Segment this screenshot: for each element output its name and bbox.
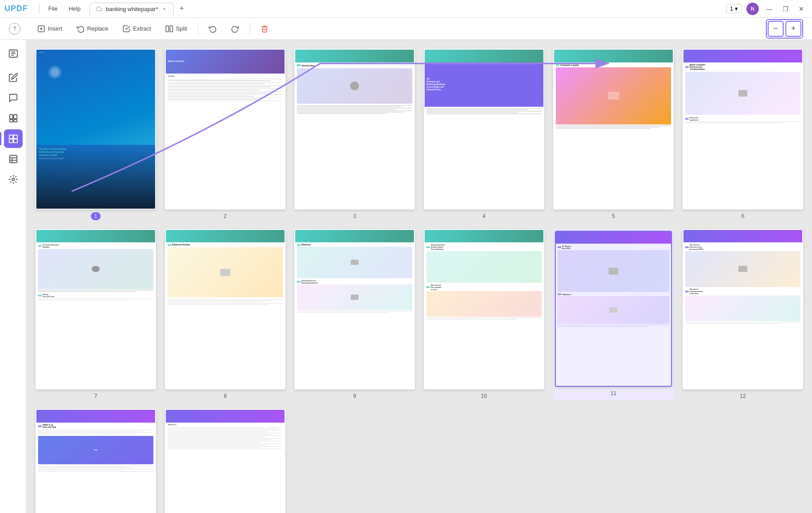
delete-btn[interactable]: [254, 22, 275, 35]
page-item-2[interactable]: Table of Contents Contents: [165, 49, 285, 220]
close-btn[interactable]: ✕: [795, 3, 808, 15]
replace-btn[interactable]: Replace: [70, 22, 115, 35]
delete-icon: [261, 25, 269, 33]
page-item-13[interactable]: 17 UPDF is anall-in-one Tool. UPDF: [35, 409, 156, 513]
split-btn[interactable]: Split: [159, 22, 193, 35]
page-grid-row1: The Most Crucial Strategyfor Banks and F…: [35, 49, 803, 220]
page-grid-row3: 17 UPDF is anall-in-one Tool. UPDF: [35, 409, 803, 513]
cloud-icon: [96, 6, 102, 12]
tab-title: banking whitepapar*: [106, 6, 158, 12]
minimize-btn[interactable]: —: [763, 3, 776, 15]
sidebar: [0, 40, 27, 513]
svg-rect-12: [13, 120, 16, 122]
active-tab[interactable]: banking whitepapar* ×: [90, 3, 174, 15]
page-thumb-6[interactable]: 04 Better CustomerServices andCommunicat…: [683, 49, 803, 210]
zoom-out-btn[interactable]: −: [768, 21, 784, 37]
page-num-2: 2: [220, 212, 230, 220]
table-icon: [8, 154, 18, 164]
rotate-left-btn[interactable]: [203, 22, 223, 35]
help-btn[interactable]: ?: [9, 23, 20, 35]
page-thumb-14[interactable]: References: [165, 409, 285, 513]
toolbar-divider: [198, 23, 198, 35]
page-thumb-9[interactable]: 09 Efficiency 10 A Good News ForDevelopi…: [294, 229, 415, 390]
page-number: 1: [730, 5, 733, 12]
sidebar-icon-ai[interactable]: [4, 170, 23, 189]
page-num-10: 10: [477, 392, 490, 400]
titlebar: UPDF File Help banking whitepapar* × + 1…: [0, 0, 812, 18]
page-item-10[interactable]: 11 Going Paperless:A Step TowardGreen Ba…: [424, 229, 544, 400]
sidebar-icon-comment[interactable]: [4, 89, 23, 107]
sidebar-icon-edit[interactable]: [4, 68, 23, 87]
organize-icon: [8, 134, 18, 144]
menu-help[interactable]: Help: [64, 4, 85, 14]
svg-rect-10: [13, 115, 16, 119]
rotate-left-icon: [209, 25, 217, 33]
content-area: The Most Crucial Strategyfor Banks and F…: [27, 40, 812, 513]
page-item-5[interactable]: 03 Customer Loyalty: [553, 49, 674, 220]
sidebar-icon-thumbnail[interactable]: [4, 44, 23, 63]
ai-icon: [8, 175, 18, 184]
page-thumb-3[interactable]: 01 Introduction: [294, 49, 415, 210]
page-num-12: 12: [736, 392, 749, 400]
page-grid-row2: 06 Promotes BusinessGlobally 07 SavingCo…: [35, 229, 803, 400]
zoom-in-btn[interactable]: +: [785, 21, 801, 37]
page-item-11[interactable]: 13 It's Easy toUse UPDF 14 eSignature: [553, 229, 674, 400]
replace-label: Replace: [87, 25, 109, 32]
sidebar-icon-table[interactable]: [4, 150, 23, 168]
page-num-5: 5: [609, 212, 619, 220]
tab-close-btn[interactable]: ×: [162, 6, 167, 12]
svg-rect-4: [170, 26, 172, 32]
page-num-3: 3: [350, 212, 360, 220]
page-num-8: 8: [220, 392, 230, 400]
page-thumb-7[interactable]: 06 Promotes BusinessGlobally 07 SavingCo…: [35, 229, 156, 390]
insert-icon: [37, 25, 45, 33]
sidebar-icon-active-wrap: [4, 129, 23, 148]
extract-label: Extract: [133, 25, 151, 32]
page-num-6: 6: [738, 212, 748, 220]
page-thumb-12[interactable]: 15 DocumentsSecurity is thepriority of U…: [683, 229, 803, 390]
toolbar-divider-2: [250, 23, 250, 35]
page-thumb-2[interactable]: Table of Contents Contents: [165, 49, 285, 210]
rotate-right-btn[interactable]: [225, 22, 245, 35]
insert-btn[interactable]: Insert: [31, 22, 69, 35]
maximize-btn[interactable]: ❐: [779, 3, 792, 15]
page-thumb-13[interactable]: 17 UPDF is anall-in-one Tool. UPDF: [35, 409, 156, 513]
page-item-1[interactable]: The Most Crucial Strategyfor Banks and F…: [35, 49, 156, 220]
new-tab-btn[interactable]: +: [176, 3, 187, 15]
read-icon: [8, 49, 18, 58]
page-thumb-4[interactable]: 02 Promotes andReducing WorkloadAcross B…: [424, 49, 544, 210]
page-item-4[interactable]: 02 Promotes andReducing WorkloadAcross B…: [424, 49, 544, 220]
page-thumb-8[interactable]: 08 Enhanced Security: [165, 229, 285, 390]
toolbar: ? Insert Replace Extract Split − +: [0, 18, 812, 40]
page-nav[interactable]: 1 ▾: [726, 4, 742, 13]
edit-icon: [8, 73, 18, 82]
menu-bar: File Help: [44, 4, 85, 14]
page-item-7[interactable]: 06 Promotes BusinessGlobally 07 SavingCo…: [35, 229, 156, 400]
page-chevron[interactable]: ▾: [735, 5, 738, 12]
page-thumb-1[interactable]: The Most Crucial Strategyfor Banks and F…: [35, 49, 156, 210]
page-thumb-11[interactable]: 13 It's Easy toUse UPDF 14 eSignature: [555, 231, 672, 387]
page-num-11: 11: [607, 389, 620, 397]
page-item-14[interactable]: References: [165, 409, 285, 513]
comment-icon: [8, 93, 18, 103]
page-item-6[interactable]: 04 Better CustomerServices andCommunicat…: [683, 49, 803, 220]
sidebar-icon-organize[interactable]: [4, 129, 23, 148]
svg-rect-17: [9, 155, 17, 163]
svg-rect-3: [166, 26, 168, 32]
page-item-12[interactable]: 15 DocumentsSecurity is thepriority of U…: [683, 229, 803, 400]
user-avatar: h: [746, 3, 759, 15]
page-item-9[interactable]: 09 Efficiency 10 A Good News ForDevelopi…: [294, 229, 415, 400]
titlebar-right: 1 ▾ h — ❐ ✕: [726, 3, 808, 15]
sidebar-icon-pages[interactable]: [4, 109, 23, 128]
page-item-8[interactable]: 08 Enhanced Security: [165, 229, 285, 400]
menu-file[interactable]: File: [44, 4, 62, 14]
svg-rect-15: [9, 139, 12, 143]
split-label: Split: [176, 25, 187, 32]
pages-icon: [8, 113, 18, 123]
page-thumb-10[interactable]: 11 Going Paperless:A Step TowardGreen Ba…: [424, 229, 544, 390]
svg-rect-16: [13, 139, 17, 143]
extract-btn[interactable]: Extract: [116, 22, 157, 35]
page-item-3[interactable]: 01 Introduction: [294, 49, 415, 220]
page-thumb-5[interactable]: 03 Customer Loyalty: [553, 49, 674, 210]
page-num-1: 1: [91, 212, 101, 220]
